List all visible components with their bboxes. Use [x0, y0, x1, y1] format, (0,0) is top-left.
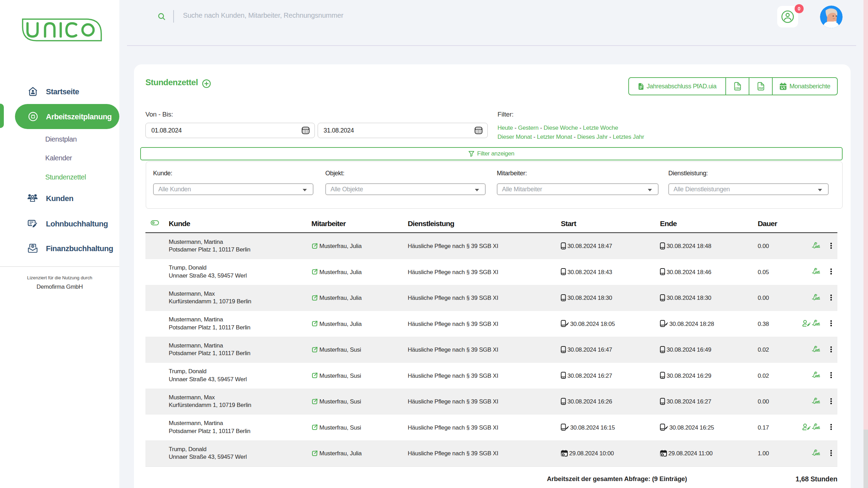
svg-text:PDF: PDF [758, 87, 764, 90]
svg-text:CSV: CSV [735, 87, 740, 90]
svg-text:$: $ [32, 245, 34, 248]
